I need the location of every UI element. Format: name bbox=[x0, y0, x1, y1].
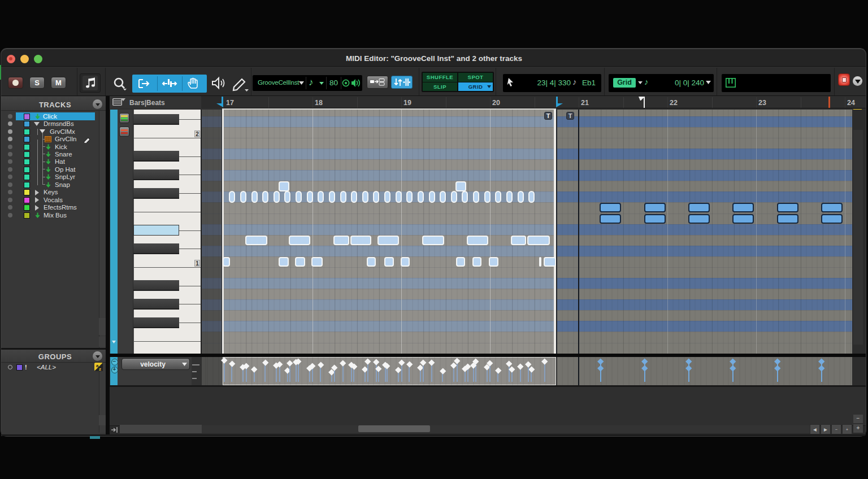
svg-text:z: z bbox=[99, 367, 101, 372]
